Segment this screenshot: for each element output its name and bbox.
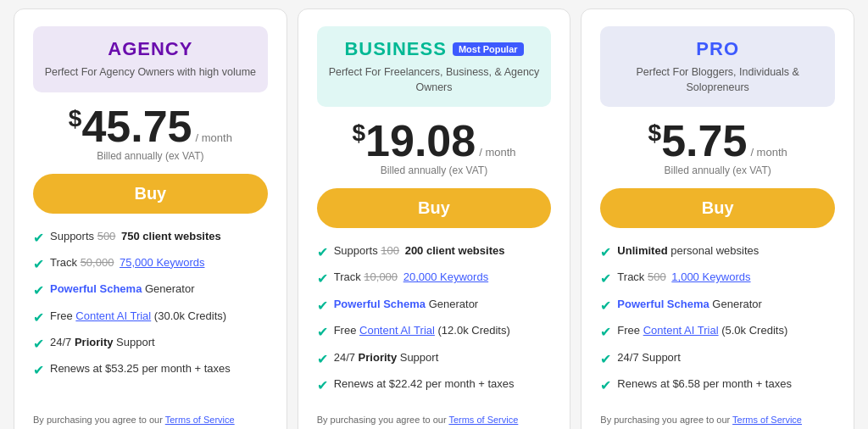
check-icon: ✔ — [317, 270, 328, 288]
pro-header: PRO Perfect For Bloggers, Individuals & … — [600, 26, 835, 107]
agency-price: $45.75 — [69, 104, 192, 148]
agency-features: ✔Supports 500 750 client websites ✔Track… — [33, 229, 268, 404]
agency-tos-link[interactable]: Terms of Service — [165, 415, 235, 425]
check-icon: ✔ — [317, 243, 328, 262]
pro-tos-link[interactable]: Terms of Service — [732, 415, 802, 425]
check-icon: ✔ — [33, 309, 44, 327]
list-item: ✔Track 10,000 20,000 Keywords — [317, 270, 552, 288]
pro-billed: Billed annually (ex VAT) — [600, 164, 835, 176]
check-icon: ✔ — [33, 255, 44, 274]
list-item: ✔Supports 500 750 client websites — [33, 229, 268, 248]
pro-tos: By purchasing you agree to our Terms of … — [600, 415, 835, 425]
list-item: ✔24/7 Priority Support — [317, 350, 552, 369]
business-buy-button[interactable]: Buy — [317, 188, 552, 228]
agency-period: / month — [196, 131, 232, 144]
check-icon: ✔ — [600, 376, 611, 395]
check-icon: ✔ — [33, 361, 44, 380]
list-item: ✔Free Content AI Trial (30.0k Credits) — [33, 309, 268, 327]
pro-card: PRO Perfect For Bloggers, Individuals & … — [581, 8, 854, 429]
agency-tos: By purchasing you agree to our Terms of … — [33, 415, 268, 425]
list-item: ✔Unlimited personal websites — [600, 243, 835, 262]
business-tos-link[interactable]: Terms of Service — [448, 415, 518, 425]
list-item: ✔Renews at $22.42 per month + taxes — [317, 376, 552, 395]
pro-subtitle: Perfect For Bloggers, Individuals & Solo… — [610, 65, 825, 95]
list-item: ✔Supports 100 200 client websites — [317, 243, 552, 262]
list-item: ✔Free Content AI Trial (12.0k Credits) — [317, 323, 552, 342]
check-icon: ✔ — [600, 323, 611, 342]
check-icon: ✔ — [317, 297, 328, 315]
pro-period: / month — [750, 146, 787, 159]
agency-buy-button[interactable]: Buy — [33, 174, 268, 214]
agency-header: AGENCY Perfect For Agency Owners with hi… — [33, 26, 268, 92]
check-icon: ✔ — [317, 350, 328, 369]
business-features: ✔Supports 100 200 client websites ✔Track… — [317, 243, 552, 403]
agency-billed: Billed annually (ex VAT) — [33, 150, 268, 162]
pro-price: $5.75 — [648, 119, 748, 163]
check-icon: ✔ — [33, 281, 44, 300]
business-price-row: $19.08 / month — [317, 119, 552, 163]
list-item: ✔Renews at $53.25 per month + taxes — [33, 361, 268, 380]
pro-title: PRO — [610, 38, 825, 60]
pro-features: ✔Unlimited personal websites ✔Track 500 … — [600, 243, 835, 403]
business-card: BUSINESS Most Popular Perfect For Freela… — [298, 8, 571, 429]
list-item: ✔Powerful Schema Generator — [33, 281, 268, 300]
list-item: ✔Track 50,000 75,000 Keywords — [33, 255, 268, 274]
agency-card: AGENCY Perfect For Agency Owners with hi… — [14, 8, 287, 429]
agency-title: AGENCY — [43, 38, 258, 60]
check-icon: ✔ — [317, 376, 328, 395]
list-item: ✔24/7 Support — [600, 350, 835, 369]
business-price: $19.08 — [352, 119, 476, 163]
business-billed: Billed annually (ex VAT) — [317, 164, 552, 176]
business-header: BUSINESS Most Popular Perfect For Freela… — [317, 26, 552, 107]
check-icon: ✔ — [317, 323, 328, 342]
list-item: ✔Powerful Schema Generator — [600, 297, 835, 315]
list-item: ✔24/7 Priority Support — [33, 335, 268, 354]
list-item: ✔Renews at $6.58 per month + taxes — [600, 376, 835, 395]
business-period: / month — [479, 146, 515, 159]
most-popular-badge: Most Popular — [453, 42, 524, 56]
pro-price-row: $5.75 / month — [600, 119, 835, 163]
list-item: ✔Free Content AI Trial (5.0k Credits) — [600, 323, 835, 342]
agency-subtitle: Perfect For Agency Owners with high volu… — [43, 65, 258, 81]
pricing-cards: AGENCY Perfect For Agency Owners with hi… — [8, 8, 860, 429]
check-icon: ✔ — [600, 270, 611, 288]
list-item: ✔Powerful Schema Generator — [317, 297, 552, 315]
business-tos: By purchasing you agree to our Terms of … — [317, 415, 552, 425]
check-icon: ✔ — [600, 297, 611, 315]
check-icon: ✔ — [600, 243, 611, 262]
business-price-section: $19.08 / month Billed annually (ex VAT) — [317, 119, 552, 176]
pro-price-section: $5.75 / month Billed annually (ex VAT) — [600, 119, 835, 176]
pro-buy-button[interactable]: Buy — [600, 188, 835, 228]
business-title: BUSINESS — [344, 38, 446, 60]
agency-price-section: $45.75 / month Billed annually (ex VAT) — [33, 104, 268, 162]
list-item: ✔Track 500 1,000 Keywords — [600, 270, 835, 288]
check-icon: ✔ — [33, 229, 44, 248]
check-icon: ✔ — [33, 335, 44, 354]
agency-price-row: $45.75 / month — [33, 104, 268, 148]
business-subtitle: Perfect For Freelancers, Business, & Age… — [327, 65, 542, 95]
check-icon: ✔ — [600, 350, 611, 369]
